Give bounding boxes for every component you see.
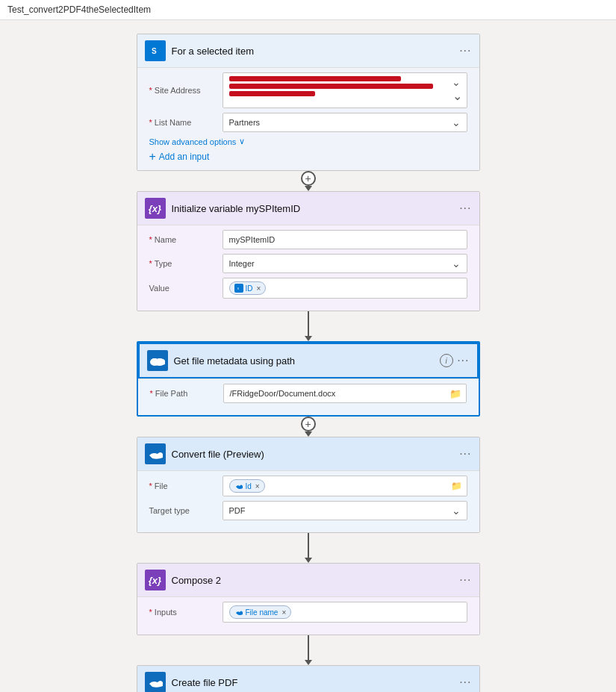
plus-icon: + <box>149 151 156 163</box>
show-advanced-link[interactable]: Show advanced options ∨ <box>149 137 467 146</box>
target-type-row: Target type PDF ⌄ <box>149 501 467 520</box>
target-caret: ⌄ <box>452 505 461 517</box>
add-step-btn-1[interactable]: + <box>301 171 316 186</box>
svg-text:S: S <box>152 47 157 55</box>
card-get-file-header: Get file metadata using path i ··· <box>138 343 479 378</box>
id-token-remove[interactable]: × <box>257 284 261 293</box>
list-name-select[interactable]: Partners ⌄ <box>223 113 467 132</box>
card-get-file: Get file metadata using path i ··· * Fil… <box>137 341 480 417</box>
var-value-label: Value <box>149 284 217 293</box>
var-type-select[interactable]: Integer ⌄ <box>223 254 467 273</box>
site-address-input[interactable]: ⌄ <box>223 72 467 108</box>
sharepoint-icon: S <box>145 40 166 61</box>
site-address-label: * Site Address <box>149 86 217 95</box>
init-var-more-btn[interactable]: ··· <box>459 202 471 215</box>
filename-token-remove[interactable]: × <box>281 608 286 617</box>
target-type-select[interactable]: PDF ⌄ <box>223 501 467 520</box>
convert-more-btn[interactable]: ··· <box>459 447 471 461</box>
var-name-label: * Name <box>149 235 217 244</box>
card-selected-item-header: S For a selected item ··· <box>137 34 479 67</box>
convert-body: * File Id × 📁 Target type PDF ⌄ <box>137 470 479 532</box>
file-path-label: * File Path <box>150 389 217 398</box>
od-token-icon <box>234 481 243 490</box>
get-file-info-btn[interactable]: i <box>440 354 453 367</box>
get-file-body: * File Path /FRidgeDoor/Document.docx 📁 <box>138 378 479 415</box>
compose-more-btn[interactable]: ··· <box>459 573 471 587</box>
arrow-5 <box>305 660 312 665</box>
init-var-body: * Name mySPItemID * Type Integer ⌄ Value… <box>137 225 479 311</box>
get-file-title: Get file metadata using path <box>174 355 296 367</box>
arrow-1 <box>305 186 312 191</box>
compose-inputs-input[interactable]: File name × <box>223 602 467 623</box>
arrow-3 <box>305 431 312 437</box>
card-selected-item: S For a selected item ··· * Site Address… <box>137 34 480 171</box>
page-title: Test_convert2PDF4theSelectedItem <box>0 0 616 20</box>
var-type-row: * Type Integer ⌄ <box>149 254 467 273</box>
var-name-row: * Name mySPItemID <box>149 230 467 249</box>
convert-file-label: * File <box>149 481 217 490</box>
id-file-token-remove[interactable]: × <box>255 482 260 490</box>
connector-1: + <box>301 171 316 191</box>
type-caret: ⌄ <box>452 258 461 269</box>
file-path-input[interactable]: /FRidgeDoor/Document.docx 📁 <box>223 384 467 403</box>
create-file-more-btn[interactable]: ··· <box>459 676 471 689</box>
onedrive-icon-3 <box>145 672 166 692</box>
card-compose: {x} Compose 2 ··· * Inputs File name × <box>137 563 480 635</box>
id-token: S ID × <box>229 281 267 295</box>
onedrive-icon-1 <box>147 350 168 371</box>
list-name-label: * List Name <box>149 118 217 127</box>
create-file-title: Create file PDF <box>172 677 238 688</box>
folder-icon-1: 📁 <box>449 388 461 399</box>
selected-item-title: For a selected item <box>172 46 255 57</box>
convert-file-input[interactable]: Id × 📁 <box>223 476 467 496</box>
var-value-row: Value S ID × <box>149 278 467 299</box>
svg-text:S: S <box>237 287 239 290</box>
var-value-input[interactable]: S ID × <box>223 278 467 299</box>
card-init-variable: {x} Initialize variable mySPItemID ··· *… <box>137 191 480 311</box>
site-address-row: * Site Address ⌄ <box>149 72 467 108</box>
add-input-button[interactable]: + Add an input <box>149 151 210 163</box>
connector-5 <box>305 635 312 665</box>
selected-item-body: * Site Address ⌄ * List Name Partners ⌄ <box>137 67 479 170</box>
compose-inputs-label: * Inputs <box>149 608 217 617</box>
variable-icon: {x} <box>145 198 166 219</box>
canvas: S For a selected item ··· * Site Address… <box>0 20 616 692</box>
list-name-row: * List Name Partners ⌄ <box>149 113 467 132</box>
folder-icon-2: 📁 <box>451 481 462 491</box>
compose-title: Compose 2 <box>172 575 221 586</box>
card-create-file-header: Create file PDF ··· <box>137 666 479 692</box>
card-create-file: Create file PDF ··· fx concat(first(spli… <box>137 665 480 692</box>
card-compose-header: {x} Compose 2 ··· <box>137 564 479 596</box>
arrow-4 <box>305 558 312 563</box>
var-name-input[interactable]: mySPItemID <box>223 230 467 249</box>
target-type-label: Target type <box>149 506 217 515</box>
id-file-token: Id × <box>229 479 265 493</box>
filename-token: File name × <box>229 605 292 619</box>
card-convert-header: Convert file (Preview) ··· <box>137 437 479 470</box>
compose-body: * Inputs File name × <box>137 596 479 635</box>
convert-title: Convert file (Preview) <box>172 449 264 460</box>
init-var-title: Initialize variable mySPItemID <box>172 203 301 214</box>
chevron-icon: ∨ <box>239 137 245 146</box>
selected-item-more-btn[interactable]: ··· <box>459 44 471 57</box>
card-convert-file: Convert file (Preview) ··· * File Id × 📁 <box>137 437 480 533</box>
sp-token-icon: S <box>234 284 243 293</box>
onedrive-icon-2 <box>145 443 166 464</box>
compose-inputs-row: * Inputs File name × <box>149 602 467 623</box>
list-name-caret: ⌄ <box>452 116 461 128</box>
od-token-icon-2 <box>234 608 243 617</box>
connector-3: + <box>301 417 316 437</box>
connector-4 <box>305 533 312 563</box>
compose-icon: {x} <box>145 570 166 590</box>
add-step-btn-2[interactable]: + <box>301 417 316 431</box>
card-init-var-header: {x} Initialize variable mySPItemID ··· <box>137 192 479 225</box>
file-path-row: * File Path /FRidgeDoor/Document.docx 📁 <box>150 384 467 403</box>
var-type-label: * Type <box>149 259 217 268</box>
connector-2 <box>305 311 312 341</box>
convert-file-row: * File Id × 📁 <box>149 476 467 496</box>
get-file-more-btn[interactable]: ··· <box>457 354 469 367</box>
arrow-2 <box>305 336 312 341</box>
